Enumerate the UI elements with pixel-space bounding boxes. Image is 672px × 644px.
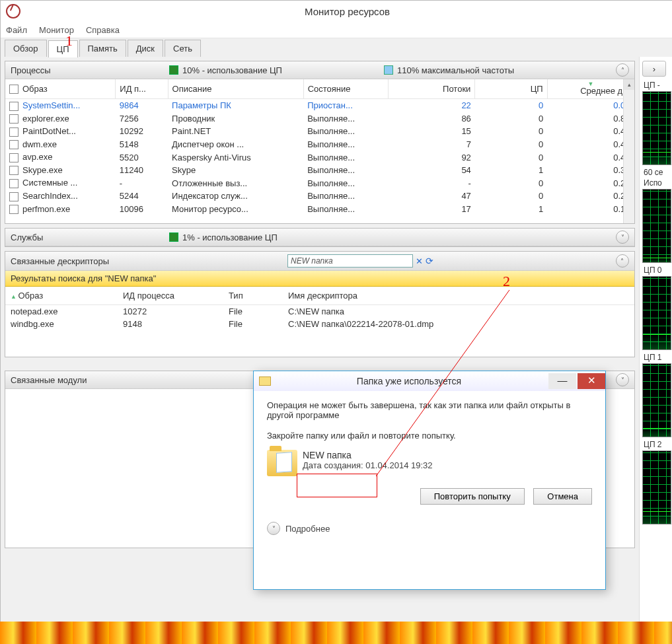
annotation-arrow [1,1,672,622]
resource-monitor-window: 1 2 Монитор ресурсов Файл Монитор Справк… [0,0,672,623]
annotation-2: 2 [503,273,510,290]
svg-line-0 [376,290,509,476]
annotation-1: 1 [65,32,73,50]
